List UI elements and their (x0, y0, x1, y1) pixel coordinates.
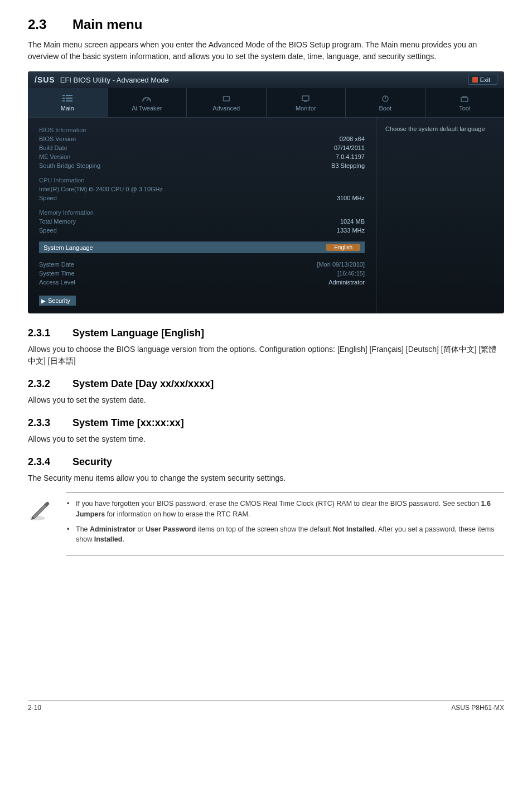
svg-rect-3 (66, 98, 72, 99)
pen-icon (28, 499, 51, 522)
memory-information-heading: Memory Information (39, 208, 365, 217)
system-time-row[interactable]: System Time[16:46:15] (39, 269, 365, 278)
monitor-icon (301, 95, 311, 103)
chip-icon (221, 95, 231, 103)
cpu-speed-row: Speed3100 MHz (39, 194, 365, 202)
tab-boot[interactable]: Boot (346, 88, 425, 117)
bios-title-group: /SUS EFI BIOS Utility - Advanced Mode (35, 75, 169, 84)
sub-text-1: Allows you to choose the BIOS language v… (28, 344, 504, 367)
section-title: Main menu (72, 17, 142, 32)
list-icon (62, 95, 72, 103)
bios-tab-bar: Main Ai Tweaker Advanced Monitor Boot To… (28, 88, 504, 118)
svg-rect-4 (62, 100, 65, 102)
exit-button[interactable]: Exit (468, 75, 497, 85)
system-language-label: System Language (43, 244, 93, 251)
tab-boot-label: Boot (379, 105, 391, 112)
bios-titlebar: /SUS EFI BIOS Utility - Advanced Mode Ex… (28, 71, 504, 88)
sub-heading-3: 2.3.3System Time [xx:xx:xx] (28, 417, 504, 429)
toolbox-icon (460, 95, 470, 103)
help-text: Choose the system default language (385, 125, 485, 132)
svg-line-6 (147, 98, 149, 101)
section-heading: 2.3Main menu (28, 17, 504, 32)
system-language-row[interactable]: System Language English (39, 241, 365, 253)
tab-monitor-label: Monitor (296, 105, 316, 112)
bios-version-row: BIOS Version0208 x64 (39, 134, 365, 143)
svg-rect-7 (224, 96, 229, 101)
memory-speed-row: Speed1333 MHz (39, 226, 365, 235)
bios-information-heading: BIOS Information (39, 125, 365, 134)
asus-logo: /SUS (35, 75, 55, 84)
svg-rect-0 (62, 95, 65, 96)
note-box: If you have forgotten your BIOS password… (28, 493, 504, 555)
tab-tool-label: Tool (459, 105, 470, 112)
tab-main-label: Main (61, 105, 74, 112)
system-date-row[interactable]: System Date[Mon 09/13/2010] (39, 260, 365, 269)
tab-tweaker-label: Ai Tweaker (132, 105, 162, 112)
bios-screenshot: /SUS EFI BIOS Utility - Advanced Mode Ex… (28, 71, 504, 313)
system-language-value: English (326, 244, 360, 251)
tab-tool[interactable]: Tool (425, 88, 505, 117)
south-bridge-row: South Bridge SteppingB3 Stepping (39, 161, 365, 170)
note-item-2: The Administrator or User Password items… (76, 524, 504, 545)
svg-rect-2 (62, 98, 65, 99)
sub-heading-1: 2.3.1System Language [English] (28, 327, 504, 339)
cpu-model-row: Intel(R) Core(TM) i5-2400 CPU 0 @ 3.10GH… (39, 185, 365, 194)
gauge-icon (142, 95, 152, 103)
page-footer: 2-10 ASUS P8H61-MX (28, 700, 504, 712)
svg-rect-1 (66, 95, 72, 96)
me-version-row: ME Version7.0.4.1197 (39, 152, 365, 161)
footer-product: ASUS P8H61-MX (451, 704, 504, 712)
total-memory-row: Total Memory1024 MB (39, 217, 365, 226)
page-number: 2-10 (28, 704, 41, 712)
sub-text-3: Allows you to set the system time. (28, 433, 504, 445)
intro-text: The Main menu screen appears when you en… (28, 39, 504, 62)
tab-tweaker[interactable]: Ai Tweaker (108, 88, 187, 117)
bios-content: BIOS Information BIOS Version0208 x64 Bu… (28, 118, 504, 313)
access-level-row: Access LevelAdministrator (39, 278, 365, 287)
sub-text-4: The Security menu items allow you to cha… (28, 472, 504, 484)
sub-heading-2: 2.3.2System Date [Day xx/xx/xxxx] (28, 378, 504, 390)
chevron-right-icon: ▶ (41, 298, 46, 304)
bios-main-panel: BIOS Information BIOS Version0208 x64 Bu… (28, 118, 376, 313)
tab-advanced[interactable]: Advanced (187, 88, 267, 117)
svg-rect-16 (461, 98, 468, 102)
note-content: If you have forgotten your BIOS password… (66, 492, 504, 555)
bios-utility-title: EFI BIOS Utility - Advanced Mode (60, 76, 169, 84)
build-date-row: Build Date07/14/2011 (39, 143, 365, 152)
cpu-information-heading: CPU Information (39, 176, 365, 185)
sub-text-2: Allows you to set the system date. (28, 394, 504, 406)
tab-advanced-label: Advanced (212, 105, 240, 112)
bios-help-panel: Choose the system default language (376, 118, 504, 313)
tab-main[interactable]: Main (28, 88, 108, 117)
sub-heading-4: 2.3.4Security (28, 456, 504, 468)
note-item-1: If you have forgotten your BIOS password… (76, 499, 504, 520)
svg-rect-12 (302, 96, 309, 100)
power-icon (380, 95, 390, 103)
svg-rect-5 (66, 100, 72, 102)
exit-icon (472, 77, 478, 83)
tab-monitor[interactable]: Monitor (267, 88, 346, 117)
section-number: 2.3 (28, 17, 72, 32)
security-label: Security (48, 297, 70, 304)
security-submenu[interactable]: ▶ Security (39, 296, 76, 306)
exit-label: Exit (480, 76, 490, 83)
note-icon-column (28, 493, 56, 522)
